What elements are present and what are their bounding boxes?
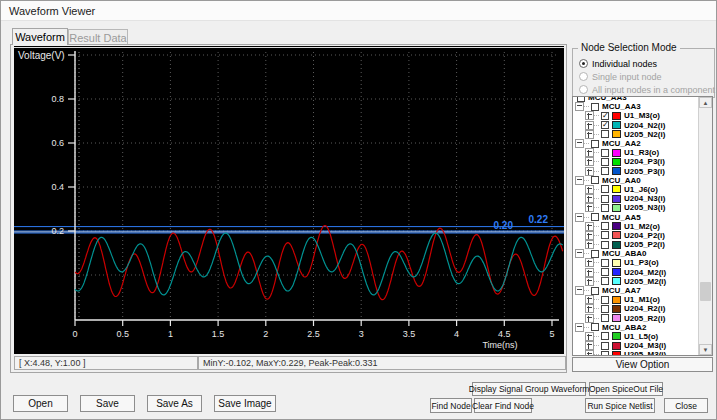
tree-node-row[interactable]: U204_P3(i): [573, 157, 699, 166]
expand-icon[interactable]: [585, 277, 594, 286]
tree-group-row[interactable]: MCU_AA3: [573, 102, 699, 111]
expand-icon[interactable]: [585, 304, 594, 313]
collapse-icon[interactable]: [575, 323, 584, 332]
expand-icon[interactable]: [585, 222, 594, 231]
node-checkbox[interactable]: [601, 185, 609, 193]
node-checkbox[interactable]: [601, 277, 609, 285]
expand-icon[interactable]: [585, 157, 594, 166]
expand-icon[interactable]: [585, 258, 594, 267]
tree-group-row[interactable]: MCU_AA0: [573, 176, 699, 185]
expand-icon[interactable]: [585, 194, 594, 203]
find-node-button[interactable]: Find Node: [430, 398, 472, 413]
node-checkbox[interactable]: [601, 314, 609, 322]
node-checkbox[interactable]: [601, 241, 609, 249]
node-checkbox[interactable]: [591, 103, 599, 111]
radio-option-0[interactable]: Individual nodes: [579, 58, 657, 69]
waveform-plot[interactable]: 0.20.40.60.800.511.522.533.544.55Voltage…: [14, 46, 564, 354]
scrollbar-thumb[interactable]: [700, 282, 711, 301]
save-image-button[interactable]: Save Image: [214, 395, 276, 412]
tree-scrollbar[interactable]: ▲ ▼: [698, 97, 712, 355]
expand-icon[interactable]: [585, 295, 594, 304]
tree-node-row[interactable]: U205_M2(i): [573, 277, 699, 286]
node-checkbox[interactable]: [591, 140, 599, 148]
expand-icon[interactable]: [585, 231, 594, 240]
expand-icon[interactable]: [585, 185, 594, 194]
tree-node-row[interactable]: U204_P2(i): [573, 231, 699, 240]
expand-icon[interactable]: [585, 203, 594, 212]
expand-icon[interactable]: [585, 341, 594, 350]
expand-icon[interactable]: [585, 111, 594, 120]
tree-node-row[interactable]: U1_L5(o): [573, 332, 699, 341]
node-checkbox[interactable]: [601, 130, 609, 138]
tab-waveform[interactable]: Waveform: [12, 28, 68, 45]
run-spice-netlist-button[interactable]: Run Spice Netlist: [585, 398, 655, 413]
expand-icon[interactable]: [585, 268, 594, 277]
tree-group-row[interactable]: MCU_AA2: [573, 139, 699, 148]
tree-node-row[interactable]: ✓U204_N2(i): [573, 121, 699, 130]
scroll-down-icon[interactable]: ▼: [699, 344, 712, 355]
node-checkbox[interactable]: [591, 176, 599, 184]
collapse-icon[interactable]: [575, 102, 584, 111]
node-checkbox[interactable]: [601, 222, 609, 230]
node-checkbox[interactable]: [601, 296, 609, 304]
node-checkbox[interactable]: [601, 342, 609, 350]
tree-node-row[interactable]: U204_M2(i): [573, 268, 699, 277]
tree-node-row[interactable]: U1_J6(o): [573, 185, 699, 194]
node-tree[interactable]: MCU_AA3MCU_AA3✓U1_M3(o)✓U204_N2(i)U205_N…: [572, 96, 713, 356]
scroll-up-icon[interactable]: ▲: [699, 97, 712, 108]
expand-icon[interactable]: [585, 314, 594, 323]
collapse-icon[interactable]: [575, 176, 584, 185]
node-checkbox[interactable]: ✓: [601, 112, 609, 120]
collapse-icon[interactable]: [575, 139, 584, 148]
tree-node-row[interactable]: U1_M1(o): [573, 295, 699, 304]
view-option-button[interactable]: View Option: [572, 357, 713, 372]
collapse-icon[interactable]: [575, 213, 584, 222]
clear-find-node-button[interactable]: Clear Find Node: [474, 398, 532, 413]
close-button[interactable]: Close: [664, 398, 708, 413]
tree-group-row[interactable]: MCU_ABA0: [573, 249, 699, 258]
save-button[interactable]: Save: [80, 395, 135, 412]
node-checkbox[interactable]: [601, 231, 609, 239]
expand-icon[interactable]: [585, 148, 594, 157]
collapse-icon[interactable]: [575, 286, 584, 295]
expand-icon[interactable]: [585, 121, 594, 130]
node-checkbox[interactable]: [601, 167, 609, 175]
expand-icon[interactable]: [585, 350, 594, 356]
node-checkbox[interactable]: [601, 195, 609, 203]
node-checkbox[interactable]: [577, 96, 585, 102]
open-button[interactable]: Open: [13, 395, 68, 412]
tree-node-row[interactable]: U205_N2(i): [573, 130, 699, 139]
radio-icon[interactable]: [579, 59, 588, 68]
node-checkbox[interactable]: [601, 305, 609, 313]
expand-icon[interactable]: [585, 240, 594, 249]
node-checkbox[interactable]: [601, 259, 609, 267]
tree-node-row[interactable]: U1_P3(o): [573, 258, 699, 267]
tree-node-row[interactable]: U204_R2(i): [573, 304, 699, 313]
node-checkbox[interactable]: ✓: [601, 121, 609, 129]
tree-node-row[interactable]: U205_M3(i): [573, 350, 699, 356]
expand-icon[interactable]: [585, 167, 594, 176]
node-checkbox[interactable]: [601, 351, 609, 356]
node-checkbox[interactable]: [601, 268, 609, 276]
expand-icon[interactable]: [585, 130, 594, 139]
node-checkbox[interactable]: [591, 250, 599, 258]
display-signal-group-waveform-button[interactable]: Display Signal Group Waveform: [472, 382, 586, 396]
tree-group-row[interactable]: MCU_AA7: [573, 286, 699, 295]
tree-node-row[interactable]: U1_R3(o): [573, 148, 699, 157]
node-checkbox[interactable]: [601, 332, 609, 340]
node-checkbox[interactable]: [601, 149, 609, 157]
collapse-icon[interactable]: [575, 249, 584, 258]
tree-node-row[interactable]: U1_M2(o): [573, 222, 699, 231]
tree-node-row[interactable]: U205_R2(i): [573, 314, 699, 323]
node-checkbox[interactable]: [601, 204, 609, 212]
open-spiceout-file-button[interactable]: Open SpiceOut File: [589, 382, 663, 396]
tree-node-row[interactable]: U205_P3(i): [573, 167, 699, 176]
tree-node-row[interactable]: U205_N3(i): [573, 203, 699, 212]
node-checkbox[interactable]: [591, 323, 599, 331]
save-as-button[interactable]: Save As: [147, 395, 202, 412]
tree-group-row[interactable]: MCU_ABA2: [573, 323, 699, 332]
node-checkbox[interactable]: [591, 213, 599, 221]
tree-node-row[interactable]: U205_P2(i): [573, 240, 699, 249]
tree-node-row[interactable]: U204_N3(i): [573, 194, 699, 203]
expand-icon[interactable]: [585, 332, 594, 341]
